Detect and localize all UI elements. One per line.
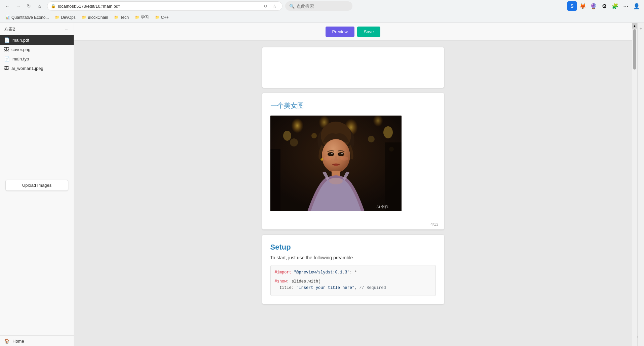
file-name-ai-woman: ai_woman1.jpeg [11,66,43,71]
reload-button[interactable]: ↻ [261,2,269,10]
main-content: Preview Save 一个美女图 [74,23,632,346]
toolbar: Preview Save [74,23,632,41]
svg-point-2 [291,118,303,133]
slide-4-image: Ai 创作 [270,116,402,211]
save-button[interactable]: Save [357,27,381,37]
search-input[interactable] [297,4,337,9]
code-import-keyword: #import [275,270,294,275]
svg-point-23 [331,153,333,154]
more-button[interactable]: ⋯ [621,1,631,11]
file-item-main-typ[interactable]: 📄 main.typ [0,54,74,63]
bookmark-learn[interactable]: 📁 学习 [132,13,152,21]
bookmark-blockchain-icon: 📁 [82,15,86,19]
sidebar-title: 方案2 [4,26,15,32]
svg-text:Ai 创作: Ai 创作 [376,205,388,209]
refresh-button[interactable]: ↻ [24,1,34,11]
bookmark-learn-label: 学习 [141,14,149,20]
extension-purple-icon[interactable]: 🔮 [589,1,598,11]
nav-buttons: ← → ↻ ⌂ [3,1,44,11]
slide-4: 一个美女图 [262,93,444,229]
home-label: Home [12,339,24,344]
code-line-4: title: "Insert your title here", // Requ… [275,285,431,291]
file-item-ai-woman[interactable]: 🖼 ai_woman1.jpeg [0,63,74,73]
file-name-main-typ: main.typ [12,56,29,61]
extension-s-icon[interactable]: S [567,1,577,11]
bookmark-cpp[interactable]: 📁 C++ [152,14,172,21]
svg-point-10 [368,136,375,142]
sidebar-footer[interactable]: 🏠 Home [0,335,74,346]
svg-point-21 [329,152,334,156]
extension-fox-icon[interactable]: 🦊 [578,1,588,11]
file-list: 📄 main.pdf 🖼 cover.png 📄 main.typ 🖼 ai_w… [0,35,74,174]
slide-5-subtitle: To start, just use the following preambl… [270,255,436,260]
code-block: #import "@preview/slydst:0.1.3": * #show… [270,265,436,296]
search-icon: 🔍 [289,4,295,9]
svg-point-7 [383,126,393,138]
file-item-cover-png[interactable]: 🖼 cover.png [0,45,74,54]
bookmark-tech-icon: 📁 [114,15,119,19]
slide-5: Setup To start, just use the following p… [262,235,444,304]
address-actions: ↻ ☆ [261,2,279,10]
code-show-colon: : slides.with( [287,279,321,284]
browser-chrome: ← → ↻ ⌂ 🔒 localhost:5173/edit/10#main.pd… [0,0,644,23]
slide-5-content: Setup To start, just use the following p… [262,235,444,304]
bookmark-tech[interactable]: 📁 Tech [111,14,131,21]
scrollbar-thumb [633,29,636,70]
upload-btn-container: Upload Images [0,174,74,196]
code-empty-line [275,276,431,278]
file-name-main-pdf: main.pdf [12,38,29,43]
code-indent: title: [275,286,297,290]
bookmark-devops-label: DevOps [61,15,75,20]
profile-button[interactable]: 👤 [632,1,641,11]
code-line-1: #import "@preview/slydst:0.1.3": * [275,269,431,276]
svg-point-22 [339,152,344,156]
sidebar-collapse-button[interactable]: − [63,26,70,33]
bookmark-cpp-label: C++ [161,15,169,20]
code-import-path: "@preview/slydst:0.1.3" [294,270,350,275]
browser-titlebar: ← → ↻ ⌂ 🔒 localhost:5173/edit/10#main.pd… [0,0,644,12]
bookmark-devops[interactable]: 📁 DevOps [52,14,78,21]
home-nav-button[interactable]: ⌂ [35,1,44,11]
bookmark-quantitative-label: Quantitative Econo... [11,15,49,20]
back-button[interactable]: ← [3,1,12,11]
address-bar[interactable]: 🔒 localhost:5173/edit/10#main.pdf ↻ ☆ [47,1,282,11]
bookmark-blockchain-label: BlockChain [88,15,108,20]
sidebar: 方案2 − 📄 main.pdf 🖼 cover.png 📄 main.typ … [0,23,74,346]
star-button[interactable]: ☆ [271,2,279,10]
file-item-main-pdf[interactable]: 📄 main.pdf [0,35,74,45]
bookmark-quantitative[interactable]: 📊 Quantitative Econo... [3,14,51,21]
bookmark-learn-icon: 📁 [135,15,140,19]
search-bar[interactable]: 🔍 [285,1,352,11]
zoom-in-button[interactable]: + [638,26,644,31]
code-title-value: "Insert your title here" [296,286,354,290]
slide-4-title: 一个美女图 [270,101,436,110]
bookmark-tech-label: Tech [120,15,128,20]
svg-point-27 [340,157,348,161]
scroll-up-button[interactable]: ▲ [632,23,637,29]
sidebar-header: 方案2 − [0,23,74,35]
svg-point-8 [290,138,298,146]
svg-rect-12 [270,149,280,211]
far-right-panel: + [637,23,644,346]
svg-point-24 [341,153,343,154]
slide-blank [262,47,444,88]
lock-icon: 🔒 [51,4,56,8]
code-show-keyword: #show [275,279,287,284]
extensions-button[interactable]: 🧩 [610,1,620,11]
file-image-icon-cover: 🖼 [4,47,9,52]
code-comment: , // Required [354,286,386,290]
svg-point-9 [311,133,317,138]
slide-5-title: Setup [270,243,436,252]
slides-area: 一个美女图 [74,41,632,311]
home-icon: 🏠 [4,338,10,344]
preview-button[interactable]: Preview [326,27,354,37]
portrait-svg: Ai 创作 [270,116,402,211]
app-layout: 方案2 − 📄 main.pdf 🖼 cover.png 📄 main.typ … [0,23,644,346]
forward-button[interactable]: → [13,1,23,11]
settings-button[interactable]: ⚙ [600,1,609,11]
file-name-cover-png: cover.png [11,47,30,52]
slide-blank-content [262,47,444,88]
upload-images-button[interactable]: Upload Images [5,180,68,191]
bookmark-blockchain[interactable]: 📁 BlockChain [79,14,111,21]
file-pdf-icon: 📄 [4,37,10,43]
